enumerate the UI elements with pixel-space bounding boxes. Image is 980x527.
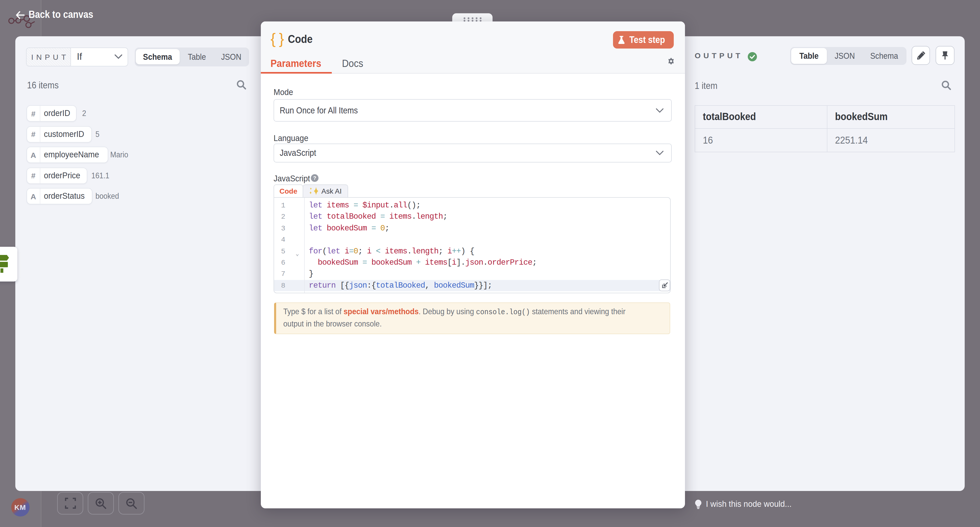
svg-text:?: ? <box>313 175 317 180</box>
